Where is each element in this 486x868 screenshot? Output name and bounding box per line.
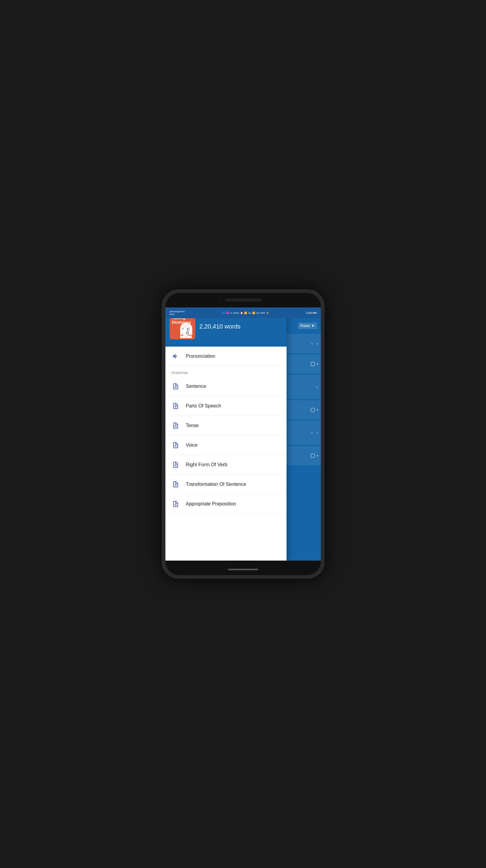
parts-of-speech-label: Parts Of Speech — [186, 403, 221, 409]
voice-label: Voice — [186, 442, 198, 448]
document-icon — [171, 480, 180, 489]
right-form-of-verb-menu-item[interactable]: Right Form Of Verb — [165, 455, 287, 475]
dropdown-arrow-icon: ▼ — [311, 324, 315, 328]
navigation-drawer: Talking Dictionary ঘ C D — [165, 307, 287, 561]
carrier1-label: grameenphone — [170, 310, 185, 313]
document-icon — [171, 461, 180, 469]
checkbox[interactable] — [311, 454, 315, 458]
dropdown-icon[interactable]: ▼ — [316, 408, 319, 412]
home-bar[interactable] — [228, 569, 258, 570]
network-2g-icon2: 2G — [256, 312, 259, 314]
notification-icon2: 🟪 — [226, 312, 229, 314]
document-icon — [171, 402, 180, 410]
signal-icon: 📶 — [252, 312, 255, 314]
pronunciation-label: Pronunciation — [186, 353, 216, 359]
document-icon — [171, 500, 180, 508]
speaker-icon — [171, 352, 180, 361]
sentence-menu-item[interactable]: Sentence — [165, 377, 287, 396]
transformation-of-sentence-menu-item[interactable]: Transformation Of Sentence — [165, 475, 287, 494]
right-form-of-verb-label: Right Form Of Verb — [186, 462, 227, 467]
svg-text:D: D — [186, 331, 189, 335]
dropdown-icon[interactable]: ▼ — [316, 454, 319, 458]
logo-mascot-icon: ঘ C D — [179, 321, 194, 338]
star-icon: ★ — [310, 341, 314, 346]
phone-device: grameenphone airtel 🟦 🟪 ••• 51B/s ⏰ 📶 2G… — [162, 289, 324, 579]
star-empty-icon: ★ — [315, 341, 319, 346]
tense-label: Tense — [186, 423, 199, 428]
checkbox[interactable] — [311, 408, 315, 412]
drawer-menu-list: Pronunciation Grammar Sentence — [165, 347, 287, 561]
carrier-info: grameenphone airtel — [170, 310, 185, 315]
speaker-grille — [225, 299, 261, 301]
document-icon — [171, 421, 180, 430]
status-bar: grameenphone airtel 🟦 🟪 ••• 51B/s ⏰ 📶 2G… — [165, 307, 321, 318]
network-2g-icon: 2G — [248, 312, 251, 314]
voice-menu-item[interactable]: Voice — [165, 435, 287, 455]
speed-indicator: 51B/s — [233, 312, 239, 314]
document-icon — [171, 441, 180, 450]
clock: 1:13 AM — [306, 311, 316, 314]
rated-label: Rated — [300, 324, 310, 328]
parts-of-speech-menu-item[interactable]: Parts Of Speech — [165, 396, 287, 416]
grammar-section-header: Grammar — [165, 366, 287, 377]
document-icon — [171, 382, 180, 391]
battery-percent: 99% — [260, 312, 265, 314]
sentence-label: Sentence — [186, 384, 206, 389]
wifi-icon: 📶 — [244, 312, 247, 314]
alarm-icon: ⏰ — [240, 312, 243, 314]
pronunciation-menu-item[interactable]: Pronunciation — [165, 347, 287, 366]
drawer-app-info: 2,20,410 words — [199, 323, 241, 330]
tense-menu-item[interactable]: Tense — [165, 416, 287, 435]
time-display: 1:13 AM — [306, 311, 316, 314]
appropriate-preposition-menu-item[interactable]: Appropriate Preposition — [165, 494, 287, 514]
star-icon: ★ — [315, 430, 319, 435]
front-camera — [219, 300, 222, 303]
carrier2-label: airtel — [170, 313, 185, 315]
status-icons: 🟦 🟪 ••• 51B/s ⏰ 📶 2G 📶 2G 99% ⚡ — [222, 312, 269, 314]
transformation-of-sentence-label: Transformation Of Sentence — [186, 482, 246, 487]
notification-icon: 🟦 — [222, 312, 225, 314]
charging-icon: ⚡ — [266, 312, 269, 314]
dropdown-icon[interactable]: ▼ — [316, 363, 319, 366]
rated-dropdown[interactable]: Rated ▼ — [298, 322, 317, 329]
star-icon: ★ — [310, 430, 314, 435]
phone-inner: grameenphone airtel 🟦 🟪 ••• 51B/s ⏰ 📶 2G… — [165, 293, 321, 575]
svg-text:ঘ: ঘ — [182, 327, 184, 331]
more-notifications-icon: ••• — [230, 312, 232, 314]
checkbox[interactable] — [311, 362, 315, 366]
drawer-word-count: 2,20,410 words — [199, 323, 241, 330]
appropriate-preposition-label: Appropriate Preposition — [186, 501, 236, 507]
star-icon: ★ — [315, 384, 319, 390]
screen: grameenphone airtel 🟦 🟪 ••• 51B/s ⏰ 📶 2G… — [165, 307, 321, 561]
